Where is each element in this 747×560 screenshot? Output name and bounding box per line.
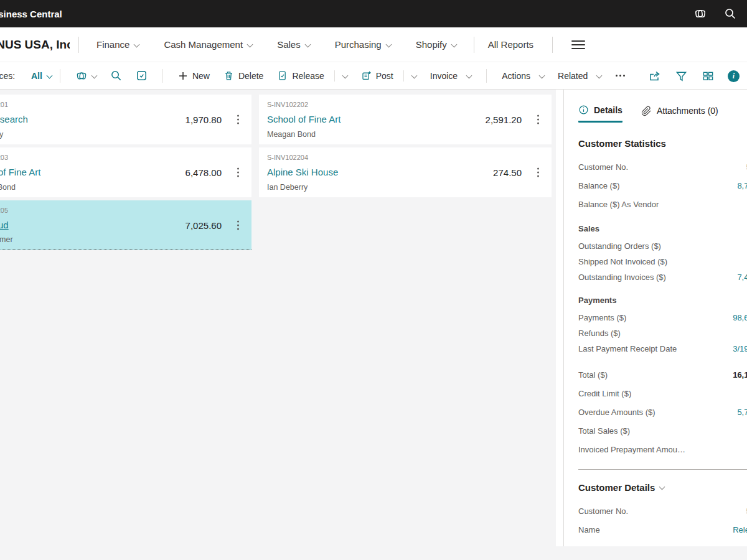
contact-name: Ian Deberry [267,183,543,192]
app-title: Dynamics 365 Business Central [0,9,62,19]
divider [334,70,335,82]
stat-value-link[interactable]: Relecloud [733,525,747,534]
invoice-card[interactable]: S-INV102201 Trey Research Helen Ray 1,97… [0,95,251,144]
invoice-number: S-INV102204 [267,154,543,161]
company-name[interactable]: CRONUS USA, Inc. [0,38,70,52]
invoice-tile-list: S-INV102201 Trey Research Helen Ray 1,97… [0,95,552,250]
chevron-down-icon [385,42,392,48]
invoice-card[interactable]: S-INV102203 School of Fine Art Meagan Bo… [0,147,251,197]
contact-name: Meagan Bond [0,183,243,192]
row-menu-icon[interactable] [535,166,542,180]
stat-row: Shipped Not Invoiced ($) [578,254,747,269]
action-bar: Sales Invoices: All New Delete Release [0,62,747,90]
list-caption: Sales Invoices: [0,71,15,81]
stat-row: Total ($) 16,195.20 [578,365,747,384]
details-pane: Details Attachments (0) Customer Statist… [564,90,747,546]
stat-row: Outstanding Orders ($) [578,238,747,254]
chevron-down-icon [46,72,52,78]
filter-icon[interactable] [674,69,688,83]
section-sales: Sales [578,224,747,238]
analyze-icon[interactable] [136,70,148,82]
nav-item-finance[interactable]: Finance [96,39,139,50]
stat-row: Balance ($) 8,769.60 [578,176,747,195]
details-pane-toggle-icon[interactable]: i [728,70,740,82]
chevron-down-icon[interactable] [411,73,417,79]
stat-value-link[interactable]: 98,649.90 [733,313,747,322]
app-header: Dynamics 365 Business Central [0,0,747,27]
view-filter-all[interactable]: All [31,71,52,81]
share-icon[interactable] [647,69,661,83]
divider [552,37,553,53]
post-button[interactable]: Post [361,70,416,82]
copilot-icon[interactable] [693,7,707,21]
chevron-down-icon[interactable] [342,73,348,79]
section-payments: Payments [578,296,747,310]
invoice-card[interactable]: S-INV102204 Alpine Ski House Ian Deberry… [259,147,552,197]
divider [578,469,747,470]
chevron-down-icon [659,484,665,490]
related-menu[interactable]: Related [558,71,601,81]
invoice-number: S-INV102202 [267,101,543,108]
chevron-down-icon [466,73,472,79]
tab-details[interactable]: Details [578,105,622,123]
divider [403,70,404,82]
row-menu-icon[interactable] [235,218,242,232]
divider [60,69,60,83]
stat-row: Invoiced Prepayment Amount ($) [578,440,747,459]
menu-icon[interactable] [571,40,585,49]
invoice-amount: 6,478.00 [186,167,222,178]
more-options-icon[interactable] [616,75,625,77]
stat-row: Customer No. 50000 [578,502,747,520]
pane-scrollbar[interactable] [556,90,564,546]
chevron-down-icon [304,42,311,48]
stat-value-link[interactable]: 7,425.60 [737,273,747,282]
paperclip-icon [641,106,652,116]
copilot-icon[interactable] [75,70,96,82]
nav-item-cash-management[interactable]: Cash Management [164,39,252,50]
customer-statistics-heading: Customer Statistics [578,138,747,149]
stat-row: Refunds ($) [578,325,747,341]
divider [486,69,487,83]
actions-menu[interactable]: Actions [502,71,544,81]
stat-row: Outstanding Invoices ($) 7,425.60 [578,269,747,285]
nav-item-all-reports[interactable]: All Reports [488,39,533,50]
stat-value-link[interactable]: 5,745.60 [737,408,747,417]
nav-item-shopify[interactable]: Shopify [416,39,456,50]
invoice-menu[interactable]: Invoice [430,71,471,81]
nav-row: CRONUS USA, Inc. Finance Cash Management… [0,27,747,62]
new-button[interactable]: New [178,71,210,81]
info-icon [578,105,589,115]
customer-details-heading[interactable]: Customer Details [578,482,747,493]
stat-row: Payments ($) 98,649.90 [578,310,747,325]
divider [78,37,79,53]
row-menu-icon[interactable] [535,113,542,127]
layout-tiles-icon[interactable] [701,69,715,83]
app-title-clip: Dynamics 365 Business Central [0,0,125,27]
chevron-down-icon [247,42,253,48]
row-menu-icon[interactable] [235,166,242,180]
row-menu-icon[interactable] [235,113,242,127]
chevron-down-icon [91,73,97,79]
contact-name: Helen Ray [0,130,243,139]
search-icon[interactable] [110,70,122,82]
invoice-card-selected[interactable]: S-INV102205 Relecloud Jesse Homer 7,025.… [0,200,251,250]
stat-value-link[interactable]: 3/19/2026 [733,344,747,353]
stat-value-link[interactable]: 8,769.60 [737,181,747,190]
delete-button[interactable]: Delete [223,70,263,81]
invoice-amount: 2,591.20 [486,114,522,125]
search-icon[interactable] [723,7,737,21]
nav-item-sales[interactable]: Sales [277,39,310,50]
invoice-number: S-INV102201 [0,101,243,108]
invoice-number: S-INV102205 [0,207,243,214]
invoice-amount: 7,025.60 [186,220,222,230]
stat-row: Balance ($) As Vendor [578,195,747,213]
chevron-down-icon [596,73,603,79]
post-icon [361,70,372,81]
stat-value-total: 16,195.20 [733,370,747,380]
nav-item-purchasing[interactable]: Purchasing [335,39,391,50]
invoice-card[interactable]: S-INV102202 School of Fine Art Meagan Bo… [259,95,552,144]
tab-attachments[interactable]: Attachments (0) [641,106,718,122]
invoice-amount: 1,970.80 [186,114,222,125]
contact-name: Meagan Bond [267,130,543,139]
release-button[interactable]: Release [277,70,347,82]
